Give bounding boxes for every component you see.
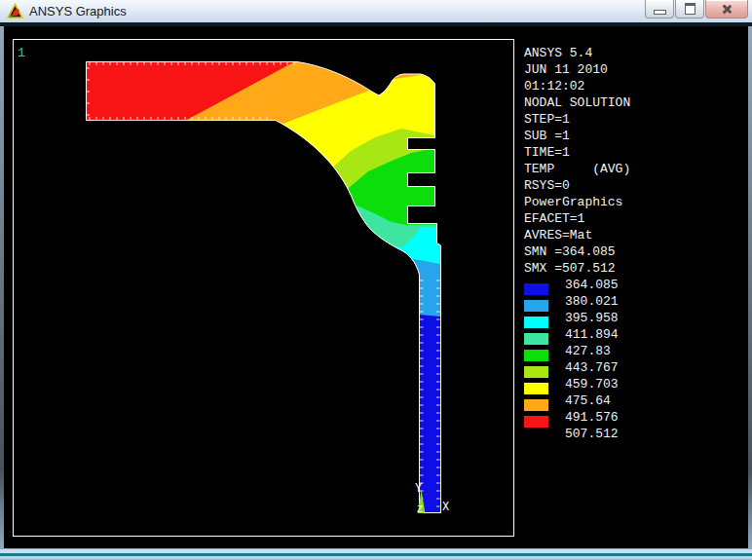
status-line: 01:12:02	[524, 78, 630, 94]
legend-swatch	[524, 283, 548, 295]
status-line: STEP=1	[524, 111, 630, 128]
status-line: JUN 11 2010	[524, 61, 630, 78]
window-frame-right	[748, 26, 752, 548]
status-line: SMX =507.512	[524, 260, 630, 277]
legend-value: 475.64	[524, 392, 699, 409]
status-line: TEMP (AVG)	[524, 161, 630, 177]
legend-value: 443.767	[524, 359, 699, 376]
status-line: EFACET=1	[524, 210, 630, 227]
legend-swatch	[524, 366, 548, 378]
legend-value: 364.085	[524, 277, 699, 293]
maximize-icon	[685, 3, 696, 15]
temperature-legend: 364.085380.021395.958411.894427.83443.76…	[524, 277, 699, 442]
legend-swatch	[524, 399, 548, 411]
legend-value: 395.958	[524, 310, 699, 326]
legend-swatch	[524, 416, 548, 428]
legend-swatch	[524, 350, 548, 361]
status-line: TIME=1	[524, 144, 630, 161]
legend-value: 459.703	[524, 376, 699, 392]
close-button[interactable]	[705, 0, 748, 19]
status-line: AVRES=Mat	[524, 227, 630, 243]
graphics-viewport[interactable]: 1 Y Z X	[4, 26, 748, 548]
temperature-contour	[58, 39, 468, 548]
status-line: ANSYS 5.4	[524, 45, 630, 61]
maximize-button[interactable]	[675, 0, 704, 19]
window-number-label: 1	[18, 46, 25, 60]
status-line: PowerGraphics	[524, 194, 630, 210]
triad-y-label: Y	[415, 482, 422, 496]
titlebar[interactable]: ANSYS Graphics	[0, 0, 752, 26]
minimize-icon	[654, 10, 666, 15]
legend-value: 507.512	[524, 426, 699, 442]
legend-swatch	[524, 383, 548, 394]
ansys-app-icon	[7, 3, 23, 19]
legend-swatch	[524, 333, 548, 345]
window-title: ANSYS Graphics	[29, 4, 127, 19]
legend-value: 380.021	[524, 293, 699, 310]
legend-value: 491.576	[524, 409, 699, 426]
status-line: NODAL SOLUTION	[524, 94, 630, 111]
legend-value: 427.83	[524, 343, 699, 359]
legend-swatch	[524, 317, 548, 328]
solution-info-panel: ANSYS 5.4JUN 11 201001:12:02NODAL SOLUTI…	[524, 45, 630, 277]
triad-x-label: X	[442, 501, 449, 514]
close-icon	[722, 4, 733, 15]
status-line: SUB =1	[524, 128, 630, 144]
legend-swatch	[524, 300, 548, 312]
ansys-graphics-window: ANSYS Graphics 1	[0, 0, 752, 560]
window-frame-bottom	[0, 548, 752, 560]
minimize-button[interactable]	[645, 0, 674, 19]
caption-buttons	[644, 0, 748, 19]
legend-value: 411.894	[524, 326, 699, 343]
status-line: SMN =364.085	[524, 243, 630, 260]
triad-z-label: Z	[417, 504, 423, 515]
status-line: RSYS=0	[524, 177, 630, 194]
